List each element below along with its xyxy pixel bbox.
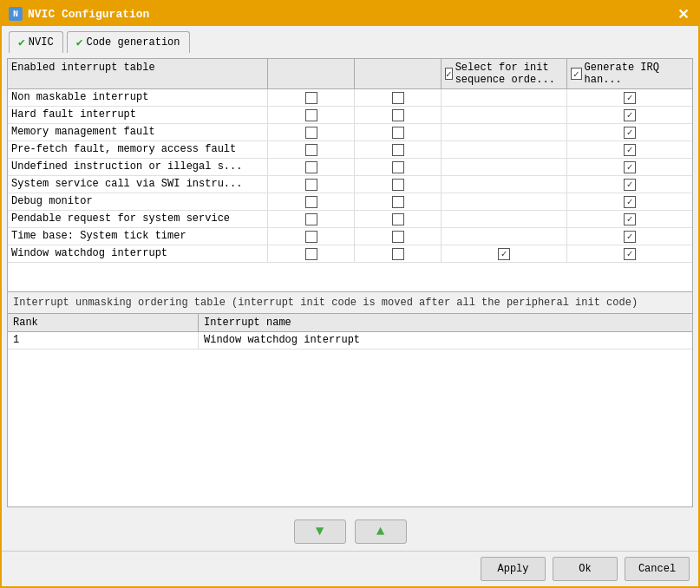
generate-header-checkbox[interactable] <box>571 68 582 80</box>
generate-checkbox[interactable] <box>624 179 636 191</box>
cell-mid2[interactable] <box>355 176 442 193</box>
table-row[interactable]: Pre-fetch fault, memory access fault <box>8 141 692 159</box>
select-checkbox[interactable] <box>498 248 510 260</box>
mid2-checkbox[interactable] <box>392 231 404 243</box>
mid2-checkbox[interactable] <box>392 213 404 225</box>
mid2-checkbox[interactable] <box>392 127 404 139</box>
cell-mid2[interactable] <box>355 193 442 210</box>
table-body-scroll[interactable]: Non maskable interrupt Hard fault interr… <box>8 89 692 291</box>
mid2-checkbox[interactable] <box>392 179 404 191</box>
move-up-button[interactable]: ▲ <box>355 519 407 544</box>
mid1-checkbox[interactable] <box>305 92 317 104</box>
cell-generate[interactable] <box>567 141 692 158</box>
table-row[interactable]: Undefined instruction or illegal s... <box>8 159 692 176</box>
tab-code-generation[interactable]: ✔ Code generation <box>67 31 190 53</box>
mid2-checkbox[interactable] <box>392 92 404 104</box>
cell-mid1[interactable] <box>268 141 355 158</box>
move-down-icon: ▼ <box>316 524 324 539</box>
cell-generate[interactable] <box>567 89 692 106</box>
header-mid1 <box>268 59 355 88</box>
generate-checkbox[interactable] <box>624 161 636 173</box>
table-row[interactable]: Non maskable interrupt <box>8 89 692 107</box>
table-row[interactable]: Pendable request for system service <box>8 211 692 228</box>
cell-mid1[interactable] <box>268 124 355 140</box>
generate-checkbox[interactable] <box>624 231 636 243</box>
generate-checkbox[interactable] <box>624 127 636 139</box>
main-content: Enabled interrupt table Select for init … <box>2 53 698 513</box>
cell-generate[interactable] <box>567 228 692 245</box>
generate-checkbox[interactable] <box>624 248 636 260</box>
apply-button[interactable]: Apply <box>481 557 546 581</box>
cancel-button[interactable]: Cancel <box>625 557 690 581</box>
cell-mid1[interactable] <box>268 211 355 227</box>
generate-checkbox[interactable] <box>624 196 636 208</box>
generate-checkbox[interactable] <box>624 213 636 225</box>
cell-select[interactable] <box>442 245 567 262</box>
table-row[interactable]: Debug monitor <box>8 193 692 211</box>
cell-generate[interactable] <box>567 107 692 123</box>
cell-select[interactable] <box>442 228 567 245</box>
mid1-checkbox[interactable] <box>305 109 317 121</box>
cell-mid1[interactable] <box>268 159 355 175</box>
cell-select[interactable] <box>442 193 567 210</box>
mid1-checkbox[interactable] <box>305 248 317 260</box>
select-header-checkbox[interactable] <box>445 68 453 80</box>
cell-mid2[interactable] <box>355 107 442 123</box>
cell-select[interactable] <box>442 176 567 193</box>
mid1-checkbox[interactable] <box>305 196 317 208</box>
cell-mid1[interactable] <box>268 176 355 193</box>
cell-mid2[interactable] <box>355 245 442 262</box>
mid2-checkbox[interactable] <box>392 248 404 260</box>
cell-mid2[interactable] <box>355 228 442 245</box>
mid1-checkbox[interactable] <box>305 144 317 156</box>
cell-generate[interactable] <box>567 193 692 210</box>
mid2-checkbox[interactable] <box>392 196 404 208</box>
table-row[interactable]: Hard fault interrupt <box>8 107 692 124</box>
cell-select[interactable] <box>442 89 567 106</box>
cell-mid2[interactable] <box>355 159 442 175</box>
cell-mid2[interactable] <box>355 211 442 227</box>
mid1-checkbox[interactable] <box>305 213 317 225</box>
cell-interrupt-name: Debug monitor <box>8 193 268 210</box>
table-row[interactable]: Window watchdog interrupt <box>8 245 692 263</box>
cell-mid2[interactable] <box>355 141 442 158</box>
cell-mid1[interactable] <box>268 245 355 262</box>
cell-mid1[interactable] <box>268 193 355 210</box>
generate-checkbox[interactable] <box>624 109 636 121</box>
close-button[interactable]: ✕ <box>674 5 691 23</box>
ok-button[interactable]: Ok <box>553 557 618 581</box>
table-row[interactable]: Time base: System tick timer <box>8 228 692 245</box>
table-row[interactable]: System service call via SWI instru... <box>8 176 692 193</box>
tab-nvic[interactable]: ✔ NVIC <box>9 31 63 53</box>
cell-generate[interactable] <box>567 211 692 227</box>
mid1-checkbox[interactable] <box>305 127 317 139</box>
mid2-checkbox[interactable] <box>392 161 404 173</box>
table-row[interactable]: Memory management fault <box>8 124 692 141</box>
cell-mid2[interactable] <box>355 124 442 140</box>
cell-mid1[interactable] <box>268 107 355 123</box>
generate-checkbox[interactable] <box>624 92 636 104</box>
mid1-checkbox[interactable] <box>305 231 317 243</box>
cell-generate[interactable] <box>567 124 692 140</box>
table-header: Enabled interrupt table Select for init … <box>8 59 692 89</box>
cell-select[interactable] <box>442 159 567 175</box>
rank-row[interactable]: 1 Window watchdog interrupt <box>8 332 692 350</box>
mid1-checkbox[interactable] <box>305 161 317 173</box>
cell-mid1[interactable] <box>268 89 355 106</box>
generate-checkbox[interactable] <box>624 144 636 156</box>
cell-select[interactable] <box>442 211 567 227</box>
cell-generate[interactable] <box>567 245 692 262</box>
cell-mid2[interactable] <box>355 89 442 106</box>
cell-select[interactable] <box>442 124 567 140</box>
cell-select[interactable] <box>442 141 567 158</box>
cell-rank-interrupt-name: Window watchdog interrupt <box>199 332 692 349</box>
cell-generate[interactable] <box>567 176 692 193</box>
mid2-checkbox[interactable] <box>392 109 404 121</box>
rank-body-scroll[interactable]: 1 Window watchdog interrupt <box>8 332 692 506</box>
cell-select[interactable] <box>442 107 567 123</box>
mid2-checkbox[interactable] <box>392 144 404 156</box>
move-down-button[interactable]: ▼ <box>294 519 346 544</box>
mid1-checkbox[interactable] <box>305 179 317 191</box>
cell-generate[interactable] <box>567 159 692 175</box>
cell-mid1[interactable] <box>268 228 355 245</box>
